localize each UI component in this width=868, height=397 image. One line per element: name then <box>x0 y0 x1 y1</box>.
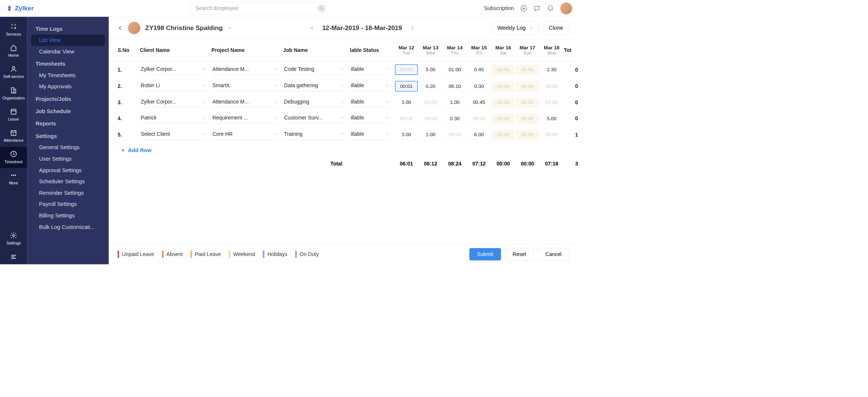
hour-cell[interactable]: 00.00 <box>516 114 539 124</box>
add-icon[interactable] <box>520 5 527 12</box>
iconbar-leave[interactable]: Leave <box>0 104 27 125</box>
chat-sparkle-icon[interactable] <box>534 5 541 12</box>
hour-cell[interactable]: 00.00 <box>443 129 466 140</box>
hour-cell[interactable]: 00.00 <box>468 114 490 124</box>
client-select[interactable]: Select Client <box>140 129 207 140</box>
sub-item-approval-settings[interactable]: Approval Settings <box>27 165 109 176</box>
submit-button[interactable]: Submit <box>470 248 501 260</box>
sub-item-billing-settings[interactable]: Billing Settings <box>27 210 109 222</box>
hour-cell[interactable]: 06.10 <box>443 81 466 91</box>
sub-section-projects-jobs[interactable]: Projects/Jobs <box>27 92 109 105</box>
iconbar-collapse[interactable] <box>0 250 27 265</box>
hour-cell[interactable]: 00.00 <box>516 81 539 91</box>
sub-section-reports[interactable]: Reports <box>27 117 109 129</box>
job-select[interactable]: Debugging <box>283 97 345 107</box>
iconbar-home[interactable]: Home <box>0 40 27 62</box>
sub-item-calendar-view[interactable]: Calendar View <box>27 46 109 58</box>
hour-cell[interactable]: 1.00 <box>443 98 466 108</box>
hour-cell[interactable]: 0.20 <box>419 81 442 91</box>
client-select[interactable]: Patrick <box>140 114 207 124</box>
search-button[interactable] <box>317 4 326 13</box>
hour-cell[interactable]: 00.00 <box>492 81 514 91</box>
project-select[interactable]: Requirement ... <box>211 114 279 124</box>
hour-cell[interactable]: 3.00 <box>395 98 418 108</box>
hour-cell[interactable]: 00.00 <box>516 98 539 108</box>
status-select[interactable]: illable <box>350 129 390 140</box>
hour-cell[interactable]: 5.00 <box>419 65 442 75</box>
sub-item-general-settings[interactable]: General Settings <box>27 142 109 153</box>
job-select[interactable]: Training <box>283 129 345 140</box>
client-select[interactable]: Zylker Corpor... <box>140 65 207 75</box>
job-select[interactable]: Code Testing <box>283 65 345 75</box>
sub-item-list-view[interactable]: List View <box>31 35 105 46</box>
hour-cell[interactable]: 00.00 <box>516 65 539 75</box>
hour-cell[interactable]: 00.00 <box>492 129 514 140</box>
hour-cell[interactable]: 00.00 <box>540 98 563 108</box>
user-avatar[interactable] <box>560 2 572 14</box>
view-dropdown[interactable]: Weekly Log <box>492 22 539 34</box>
client-select[interactable]: Robin Li <box>140 81 207 91</box>
iconbar-attendance[interactable]: Attendance <box>0 125 27 147</box>
hour-cell[interactable]: 00.00 <box>492 98 514 108</box>
sub-section-timesheets[interactable]: Timesheets <box>27 58 109 70</box>
sub-item-scheduler-settings[interactable]: Scheduler Settings <box>27 176 109 187</box>
sub-section-job-schedule[interactable]: Job Schedule <box>27 105 109 117</box>
iconbar-services[interactable]: Services <box>0 19 27 40</box>
hour-cell[interactable]: 00.00 <box>492 65 514 75</box>
sub-item-my-approvals[interactable]: My Approvals <box>27 81 109 92</box>
hour-cell[interactable]: 5.00 <box>540 114 563 124</box>
employee-dropdown-icon[interactable] <box>228 26 232 30</box>
iconbar-self-service[interactable]: Self-service <box>0 62 27 83</box>
iconbar-more[interactable]: More <box>0 168 27 189</box>
sub-section-settings[interactable]: Settings <box>27 129 109 142</box>
hour-cell[interactable]: 6.00 <box>468 129 490 140</box>
hour-cell[interactable]: 0.45 <box>468 65 490 75</box>
hour-cell[interactable]: 2.30 <box>540 65 563 75</box>
employee-avatar[interactable] <box>128 22 140 34</box>
project-select[interactable]: Attendance M... <box>211 65 279 75</box>
project-select[interactable]: SmartX <box>211 81 279 91</box>
hour-cell[interactable]: 00:01 <box>395 81 418 92</box>
clone-button[interactable]: Clone <box>543 22 569 34</box>
job-select[interactable]: Customer Surv... <box>283 114 345 124</box>
sub-item-my-timesheets[interactable]: My Timesheets <box>27 70 109 81</box>
iconbar-organization[interactable]: Organization <box>0 83 27 104</box>
status-select[interactable]: illable <box>350 65 390 75</box>
add-row-button[interactable]: Add Row <box>109 142 578 158</box>
status-select[interactable]: illable <box>350 81 390 91</box>
hour-cell[interactable]: 1.00 <box>419 129 442 140</box>
hour-cell[interactable]: 01.00 <box>443 65 466 75</box>
hour-cell[interactable]: 00.00 <box>419 114 442 124</box>
sub-item-bulk-log-customizati-[interactable]: Bulk Log Customizati... <box>27 222 109 233</box>
hour-cell[interactable]: 00.00 <box>395 114 418 124</box>
reset-button[interactable]: Reset <box>505 248 534 260</box>
hour-cell[interactable]: 3.00 <box>395 129 418 140</box>
brand-logo[interactable]: Zylker <box>6 4 34 12</box>
subscription-link[interactable]: Subscription <box>484 5 514 12</box>
status-select[interactable]: illable <box>350 97 390 107</box>
iconbar-timesheet[interactable]: Timesheet <box>0 147 27 168</box>
hour-cell[interactable]: 00.00 <box>540 81 563 91</box>
hour-cell[interactable]: 00:00 <box>395 64 418 75</box>
hour-cell[interactable]: 0.30 <box>468 81 490 91</box>
hour-cell[interactable]: 00.00 <box>540 129 563 140</box>
client-select[interactable]: Zylker Corpor... <box>140 97 207 107</box>
hour-cell[interactable]: 00.00 <box>516 129 539 140</box>
search-input[interactable] <box>190 2 328 14</box>
status-select[interactable]: illable <box>350 114 390 124</box>
hour-cell[interactable]: 00.00 <box>419 98 442 108</box>
hour-cell[interactable]: 00.00 <box>492 114 514 124</box>
project-select[interactable]: Attendance M... <box>211 97 279 107</box>
next-week-icon[interactable] <box>410 26 414 30</box>
cancel-button[interactable]: Cancel <box>538 248 569 260</box>
project-select[interactable]: Core HR <box>211 129 279 140</box>
job-select[interactable]: Data gathering <box>283 81 345 91</box>
sub-item-reminder-settings[interactable]: Reminder Settings <box>27 187 109 199</box>
prev-week-icon[interactable] <box>310 26 315 30</box>
sub-item-user-settings[interactable]: User Settings <box>27 153 109 165</box>
sub-section-time-logs[interactable]: Time Logs <box>27 22 109 35</box>
bell-icon[interactable] <box>547 5 554 12</box>
hour-cell[interactable]: 00.45 <box>468 98 490 108</box>
sub-item-payroll-settings[interactable]: Payroll Settings <box>27 198 109 210</box>
iconbar-settings[interactable]: Settings <box>0 228 27 249</box>
